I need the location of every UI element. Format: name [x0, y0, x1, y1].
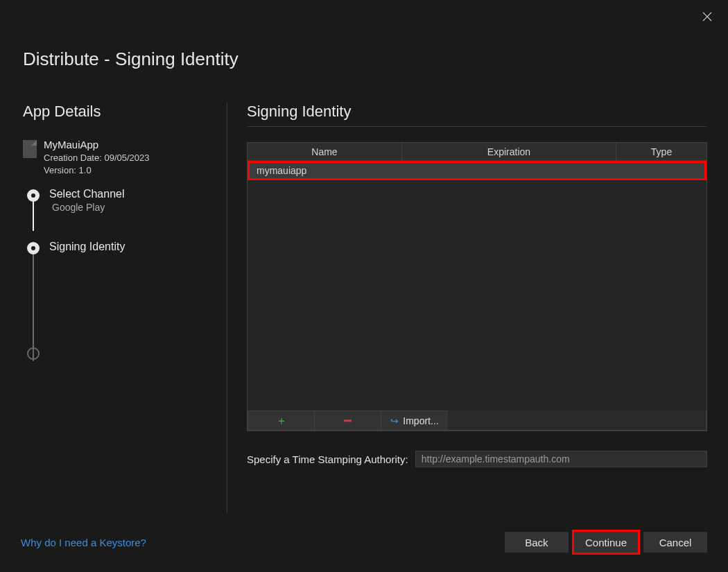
col-name[interactable]: Name [248, 143, 402, 160]
remove-identity-button[interactable]: ━ [315, 411, 381, 430]
app-name: MyMauiApp [44, 139, 150, 150]
step-select-channel-title: Select Channel [49, 188, 125, 200]
right-pane: Signing Identity Name Expiration Type my… [227, 103, 707, 513]
signing-identity-heading: Signing Identity [247, 103, 707, 127]
col-expiration[interactable]: Expiration [402, 143, 616, 160]
dialog-title: Distribute - Signing Identity [23, 49, 239, 70]
wizard-steps: Select Channel Google Play Signing Ident… [27, 188, 207, 360]
archive-icon [23, 140, 37, 158]
keystore-help-link[interactable]: Why do I need a Keystore? [21, 537, 146, 548]
step-signing-identity-text: Signing Identity [49, 241, 125, 253]
left-pane: App Details MyMauiApp Creation Date: 09/… [23, 103, 227, 513]
step-bullet-empty-icon [27, 347, 40, 360]
add-identity-button[interactable]: ＋ [248, 411, 315, 430]
row-name: mymauiapp [257, 165, 306, 176]
minus-icon: ━ [344, 415, 352, 427]
footer: Why do I need a Keystore? Back Continue … [21, 532, 707, 553]
app-version: Version: 1.0 [44, 165, 150, 175]
step-signing-identity-title: Signing Identity [49, 241, 125, 253]
step-select-channel[interactable]: Select Channel Google Play [27, 188, 207, 213]
close-icon [702, 12, 712, 21]
step-bullet-done-icon [27, 189, 40, 202]
table-row[interactable]: mymauiapp [248, 161, 707, 180]
import-arrow-icon: ↪ [390, 415, 399, 426]
col-type[interactable]: Type [616, 143, 707, 160]
back-button[interactable]: Back [505, 532, 569, 553]
step-bullet-current-icon [27, 242, 40, 254]
app-summary-text: MyMauiApp Creation Date: 09/05/2023 Vers… [44, 139, 150, 175]
dialog-window: Distribute - Signing Identity App Detail… [0, 0, 728, 572]
step-select-channel-sub: Google Play [52, 202, 125, 213]
app-details-heading: App Details [23, 103, 207, 121]
content-area: App Details MyMauiApp Creation Date: 09/… [23, 103, 707, 513]
cancel-button[interactable]: Cancel [643, 532, 707, 553]
step-select-channel-text: Select Channel Google Play [49, 188, 125, 213]
tsa-row: Specify a Time Stamping Authority: [247, 451, 707, 467]
button-row: Back Continue Cancel [505, 532, 707, 553]
identity-toolbar: ＋ ━ ↪ Import... [248, 410, 448, 430]
app-summary: MyMauiApp Creation Date: 09/05/2023 Vers… [23, 139, 207, 175]
identity-toolbar-strip: ＋ ━ ↪ Import... [248, 410, 707, 431]
continue-button[interactable]: Continue [574, 532, 638, 553]
identity-table-header: Name Expiration Type [248, 143, 707, 161]
identity-table-body: mymauiapp [248, 161, 707, 410]
step-signing-identity[interactable]: Signing Identity [27, 241, 207, 254]
import-label: Import... [403, 415, 438, 426]
tsa-input[interactable] [415, 451, 707, 467]
app-creation-date: Creation Date: 09/05/2023 [44, 153, 150, 163]
import-identity-button[interactable]: ↪ Import... [381, 411, 448, 430]
plus-icon: ＋ [276, 415, 287, 426]
identity-table: Name Expiration Type mymauiapp ＋ [247, 142, 707, 431]
step-connector-2 [33, 242, 34, 361]
step-future [27, 346, 207, 360]
tsa-label: Specify a Time Stamping Authority: [247, 453, 408, 465]
close-button[interactable] [700, 10, 714, 24]
